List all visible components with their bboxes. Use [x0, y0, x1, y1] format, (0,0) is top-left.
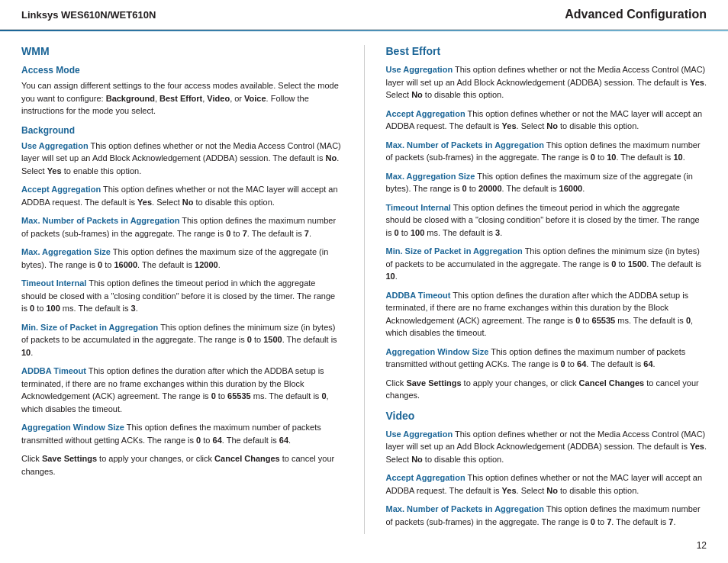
be-addba-timeout: ADDBA Timeout This option defines the du… [386, 289, 707, 339]
header-left: Linksys WES610N/WET610N [21, 9, 156, 21]
bg-min-size: Min. Size of Packet in Aggregation This … [21, 321, 343, 359]
background-title: Background [21, 125, 343, 136]
bg-max-packets: Max. Number of Packets in Aggregation Th… [21, 214, 343, 240]
be-agg-window: Aggregation Window Size This option defi… [386, 346, 707, 371]
access-mode-text: You can assign different settings to the… [21, 79, 343, 117]
page-number: 12 [697, 540, 707, 551]
bg-max-agg-size: Max. Aggregation Size This option define… [21, 246, 343, 271]
video-title: Video [386, 410, 707, 422]
access-mode-title: Access Mode [21, 65, 343, 76]
be-max-agg-size: Max. Aggregation Size This option define… [386, 170, 707, 195]
bg-timeout-internal: Timeout Internal This option defines the… [21, 277, 343, 315]
be-accept-aggregation: Accept Aggregation This option defines w… [386, 108, 707, 133]
right-column: Best Effort Use Aggregation This option … [386, 45, 707, 534]
be-footer: Click Save Settings to apply your change… [386, 377, 707, 402]
be-timeout-internal: Timeout Internal This option defines the… [386, 201, 707, 240]
main-content: WMM Access Mode You can assign different… [0, 31, 728, 548]
bg-agg-window: Aggregation Window Size This option defi… [21, 421, 343, 446]
column-divider [364, 45, 365, 534]
vid-use-aggregation: Use Aggregation This option defines whet… [386, 428, 707, 466]
be-max-packets: Max. Number of Packets in Aggregation Th… [386, 139, 707, 164]
wmm-title: WMM [21, 45, 343, 57]
header: Linksys WES610N/WET610N Advanced Configu… [0, 0, 728, 30]
vid-accept-aggregation: Accept Aggregation This option defines w… [386, 471, 707, 497]
header-right: Advanced Configuration [565, 8, 707, 21]
be-min-size: Min. Size of Packet in Aggregation This … [386, 245, 707, 283]
vid-max-packets: Max. Number of Packets in Aggregation Th… [386, 503, 707, 528]
best-effort-title: Best Effort [386, 45, 707, 57]
bg-use-aggregation: Use Aggregation This option defines whet… [21, 140, 343, 178]
be-use-aggregation: Use Aggregation This option defines whet… [386, 63, 707, 101]
bg-addba-timeout: ADDBA Timeout This option defines the du… [21, 365, 343, 415]
left-column: WMM Access Mode You can assign different… [21, 45, 343, 534]
bg-accept-aggregation: Accept Aggregation This option defines w… [21, 183, 343, 208]
bg-footer: Click Save Settings to apply your change… [21, 452, 343, 478]
